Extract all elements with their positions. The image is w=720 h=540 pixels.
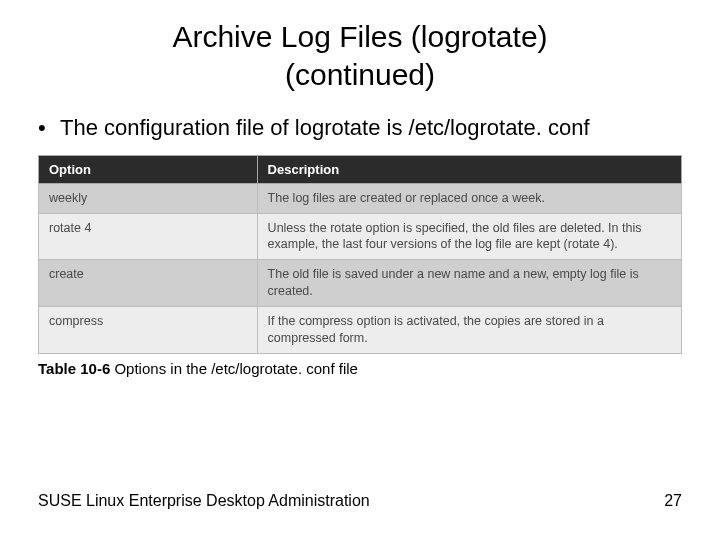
options-table-wrap: Option Description weekly The log files … bbox=[0, 143, 720, 354]
bullet-item: • The configuration file of logrotate is… bbox=[38, 113, 682, 143]
cell-option: weekly bbox=[39, 183, 258, 213]
cell-description: The log files are created or replaced on… bbox=[257, 183, 681, 213]
header-option: Option bbox=[39, 155, 258, 183]
options-table: Option Description weekly The log files … bbox=[38, 155, 682, 354]
footer-left: SUSE Linux Enterprise Desktop Administra… bbox=[38, 492, 370, 510]
slide-footer: SUSE Linux Enterprise Desktop Administra… bbox=[0, 492, 720, 510]
title-line-2: (continued) bbox=[285, 58, 435, 91]
title-line-1: Archive Log Files (logrotate) bbox=[172, 20, 547, 53]
bullet-text: The configuration file of logrotate is /… bbox=[60, 113, 590, 143]
table-row: weekly The log files are created or repl… bbox=[39, 183, 682, 213]
footer-page-number: 27 bbox=[664, 492, 682, 510]
header-description: Description bbox=[257, 155, 681, 183]
slide: Archive Log Files (logrotate) (continued… bbox=[0, 0, 720, 540]
table-header-row: Option Description bbox=[39, 155, 682, 183]
table-row: create The old file is saved under a new… bbox=[39, 260, 682, 307]
table-caption: Table 10-6 Options in the /etc/logrotate… bbox=[0, 354, 720, 377]
bullet-dot-icon: • bbox=[38, 113, 60, 143]
caption-bold: Table 10-6 bbox=[38, 360, 110, 377]
cell-option: create bbox=[39, 260, 258, 307]
cell-option: compress bbox=[39, 307, 258, 354]
cell-description: If the compress option is activated, the… bbox=[257, 307, 681, 354]
bullet-list: • The configuration file of logrotate is… bbox=[0, 93, 720, 143]
cell-description: The old file is saved under a new name a… bbox=[257, 260, 681, 307]
cell-description: Unless the rotate option is specified, t… bbox=[257, 213, 681, 260]
table-row: rotate 4 Unless the rotate option is spe… bbox=[39, 213, 682, 260]
slide-title: Archive Log Files (logrotate) (continued… bbox=[0, 0, 720, 93]
caption-rest: Options in the /etc/logrotate. conf file bbox=[110, 360, 358, 377]
cell-option: rotate 4 bbox=[39, 213, 258, 260]
table-row: compress If the compress option is activ… bbox=[39, 307, 682, 354]
